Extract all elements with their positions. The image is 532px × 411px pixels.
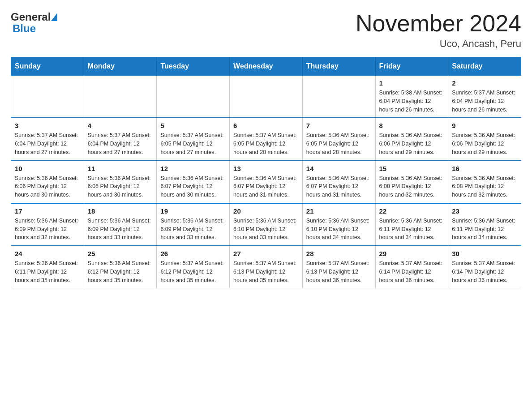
calendar-day-cell: 20Sunrise: 5:36 AM Sunset: 6:10 PM Dayli…: [230, 203, 303, 246]
calendar-day-cell: 30Sunrise: 5:37 AM Sunset: 6:14 PM Dayli…: [448, 246, 521, 288]
day-info: Sunrise: 5:36 AM Sunset: 6:10 PM Dayligh…: [306, 217, 372, 242]
logo-triangle-icon: [51, 13, 57, 21]
logo-text-general: General: [11, 11, 51, 23]
calendar-day-cell: 10Sunrise: 5:36 AM Sunset: 6:06 PM Dayli…: [11, 161, 84, 203]
day-number: 16: [452, 165, 517, 172]
day-number: 26: [160, 250, 226, 257]
day-of-week-header: Sunday: [11, 57, 84, 75]
calendar-day-cell: 11Sunrise: 5:36 AM Sunset: 6:06 PM Dayli…: [84, 161, 157, 203]
day-number: 8: [379, 122, 445, 129]
day-number: 25: [88, 250, 153, 257]
day-info: Sunrise: 5:37 AM Sunset: 6:14 PM Dayligh…: [452, 259, 517, 284]
day-of-week-header: Wednesday: [230, 57, 303, 75]
calendar-day-cell: 12Sunrise: 5:36 AM Sunset: 6:07 PM Dayli…: [157, 161, 230, 203]
day-number: 24: [15, 250, 80, 257]
day-info: Sunrise: 5:36 AM Sunset: 6:07 PM Dayligh…: [233, 174, 299, 199]
day-number: 2: [452, 79, 517, 87]
calendar-day-cell: 22Sunrise: 5:36 AM Sunset: 6:11 PM Dayli…: [375, 203, 448, 246]
month-year-title: November 2024: [356, 11, 521, 36]
calendar-day-cell: 2Sunrise: 5:37 AM Sunset: 6:04 PM Daylig…: [448, 75, 521, 118]
day-number: 1: [379, 79, 445, 87]
day-number: 27: [233, 250, 299, 257]
day-number: 11: [88, 165, 153, 172]
day-info: Sunrise: 5:36 AM Sunset: 6:11 PM Dayligh…: [379, 217, 445, 242]
day-info: Sunrise: 5:36 AM Sunset: 6:08 PM Dayligh…: [452, 174, 517, 199]
day-info: Sunrise: 5:38 AM Sunset: 6:04 PM Dayligh…: [379, 89, 445, 114]
calendar-day-cell: 6Sunrise: 5:37 AM Sunset: 6:05 PM Daylig…: [230, 118, 303, 160]
calendar-day-cell: 13Sunrise: 5:36 AM Sunset: 6:07 PM Dayli…: [230, 161, 303, 203]
calendar-day-cell: 21Sunrise: 5:36 AM Sunset: 6:10 PM Dayli…: [302, 203, 375, 246]
day-info: Sunrise: 5:37 AM Sunset: 6:14 PM Dayligh…: [379, 259, 445, 284]
calendar-header-row: SundayMondayTuesdayWednesdayThursdayFrid…: [11, 57, 521, 75]
day-info: Sunrise: 5:37 AM Sunset: 6:04 PM Dayligh…: [15, 131, 80, 156]
calendar-day-cell: 14Sunrise: 5:36 AM Sunset: 6:07 PM Dayli…: [302, 161, 375, 203]
day-info: Sunrise: 5:36 AM Sunset: 6:06 PM Dayligh…: [379, 131, 445, 156]
location-subtitle: Uco, Ancash, Peru: [356, 38, 521, 50]
calendar-day-cell: [84, 75, 157, 118]
day-info: Sunrise: 5:36 AM Sunset: 6:06 PM Dayligh…: [15, 174, 80, 199]
day-number: 29: [379, 250, 445, 257]
logo: General Blue: [11, 11, 57, 35]
calendar-day-cell: 26Sunrise: 5:37 AM Sunset: 6:12 PM Dayli…: [157, 246, 230, 288]
calendar-day-cell: 19Sunrise: 5:36 AM Sunset: 6:09 PM Dayli…: [157, 203, 230, 246]
day-info: Sunrise: 5:36 AM Sunset: 6:12 PM Dayligh…: [88, 259, 153, 284]
calendar-day-cell: [11, 75, 84, 118]
day-number: 22: [379, 207, 445, 215]
calendar-day-cell: 24Sunrise: 5:36 AM Sunset: 6:11 PM Dayli…: [11, 246, 84, 288]
day-of-week-header: Saturday: [448, 57, 521, 75]
day-number: 10: [15, 165, 80, 172]
day-info: Sunrise: 5:36 AM Sunset: 6:07 PM Dayligh…: [306, 174, 372, 199]
day-of-week-header: Thursday: [302, 57, 375, 75]
title-section: November 2024 Uco, Ancash, Peru: [356, 11, 521, 50]
day-number: 18: [88, 207, 153, 215]
day-info: Sunrise: 5:37 AM Sunset: 6:12 PM Dayligh…: [160, 259, 226, 284]
day-number: 19: [160, 207, 226, 215]
calendar-day-cell: 16Sunrise: 5:36 AM Sunset: 6:08 PM Dayli…: [448, 161, 521, 203]
calendar-week-row: 24Sunrise: 5:36 AM Sunset: 6:11 PM Dayli…: [11, 246, 521, 288]
day-number: 4: [88, 122, 153, 129]
calendar-day-cell: 17Sunrise: 5:36 AM Sunset: 6:09 PM Dayli…: [11, 203, 84, 246]
day-info: Sunrise: 5:36 AM Sunset: 6:09 PM Dayligh…: [15, 217, 80, 242]
day-number: 23: [452, 207, 517, 215]
calendar-day-cell: [157, 75, 230, 118]
day-info: Sunrise: 5:37 AM Sunset: 6:13 PM Dayligh…: [233, 259, 299, 284]
day-number: 5: [160, 122, 226, 129]
calendar-day-cell: 3Sunrise: 5:37 AM Sunset: 6:04 PM Daylig…: [11, 118, 84, 160]
day-info: Sunrise: 5:36 AM Sunset: 6:06 PM Dayligh…: [452, 131, 517, 156]
day-info: Sunrise: 5:37 AM Sunset: 6:05 PM Dayligh…: [233, 131, 299, 156]
calendar-day-cell: 8Sunrise: 5:36 AM Sunset: 6:06 PM Daylig…: [375, 118, 448, 160]
day-info: Sunrise: 5:36 AM Sunset: 6:09 PM Dayligh…: [88, 217, 153, 242]
day-number: 7: [306, 122, 372, 129]
day-info: Sunrise: 5:36 AM Sunset: 6:05 PM Dayligh…: [306, 131, 372, 156]
day-info: Sunrise: 5:36 AM Sunset: 6:11 PM Dayligh…: [452, 217, 517, 242]
day-info: Sunrise: 5:37 AM Sunset: 6:13 PM Dayligh…: [306, 259, 372, 284]
day-number: 6: [233, 122, 299, 129]
calendar-day-cell: 5Sunrise: 5:37 AM Sunset: 6:05 PM Daylig…: [157, 118, 230, 160]
calendar-week-row: 17Sunrise: 5:36 AM Sunset: 6:09 PM Dayli…: [11, 203, 521, 246]
day-number: 9: [452, 122, 517, 129]
day-info: Sunrise: 5:37 AM Sunset: 6:04 PM Dayligh…: [88, 131, 153, 156]
calendar-day-cell: 28Sunrise: 5:37 AM Sunset: 6:13 PM Dayli…: [302, 246, 375, 288]
calendar-day-cell: 15Sunrise: 5:36 AM Sunset: 6:08 PM Dayli…: [375, 161, 448, 203]
calendar-day-cell: [230, 75, 303, 118]
day-number: 21: [306, 207, 372, 215]
page-header: General Blue November 2024 Uco, Ancash, …: [11, 11, 521, 50]
day-number: 12: [160, 165, 226, 172]
day-info: Sunrise: 5:36 AM Sunset: 6:06 PM Dayligh…: [88, 174, 153, 199]
calendar-week-row: 10Sunrise: 5:36 AM Sunset: 6:06 PM Dayli…: [11, 161, 521, 203]
calendar-day-cell: [302, 75, 375, 118]
day-number: 28: [306, 250, 372, 257]
day-number: 17: [15, 207, 80, 215]
day-info: Sunrise: 5:37 AM Sunset: 6:04 PM Dayligh…: [452, 89, 517, 114]
calendar-day-cell: 7Sunrise: 5:36 AM Sunset: 6:05 PM Daylig…: [302, 118, 375, 160]
day-of-week-header: Tuesday: [157, 57, 230, 75]
day-info: Sunrise: 5:37 AM Sunset: 6:05 PM Dayligh…: [160, 131, 226, 156]
day-info: Sunrise: 5:36 AM Sunset: 6:07 PM Dayligh…: [160, 174, 226, 199]
calendar-day-cell: 4Sunrise: 5:37 AM Sunset: 6:04 PM Daylig…: [84, 118, 157, 160]
day-of-week-header: Friday: [375, 57, 448, 75]
day-of-week-header: Monday: [84, 57, 157, 75]
calendar-day-cell: 18Sunrise: 5:36 AM Sunset: 6:09 PM Dayli…: [84, 203, 157, 246]
day-number: 30: [452, 250, 517, 257]
logo-text-blue: Blue: [13, 22, 36, 35]
calendar-day-cell: 9Sunrise: 5:36 AM Sunset: 6:06 PM Daylig…: [448, 118, 521, 160]
